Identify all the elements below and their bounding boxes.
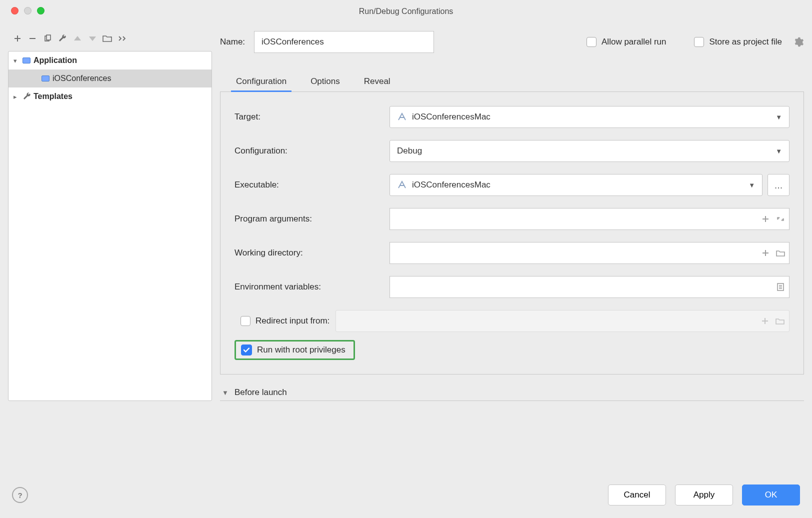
run-with-root-checkbox[interactable]: Run with root privileges	[241, 344, 346, 356]
tab-options[interactable]: Options	[308, 76, 342, 92]
insert-macro-button[interactable]	[760, 247, 772, 259]
before-launch-label: Before launch	[234, 388, 287, 398]
checkbox-icon	[240, 316, 250, 326]
select-value: iOSConferencesMac	[412, 180, 490, 190]
move-up-button[interactable]	[72, 33, 83, 44]
root-privileges-highlight: Run with root privileges	[234, 340, 355, 360]
chevron-down-icon: ▼	[776, 114, 782, 121]
checkbox-label: Redirect input from:	[256, 316, 330, 326]
wrench-icon	[22, 92, 34, 101]
executable-label: Executable:	[234, 180, 390, 190]
allow-parallel-checkbox[interactable]: Allow parallel run	[586, 37, 666, 47]
checkbox-icon	[241, 344, 252, 356]
help-button[interactable]: ?	[12, 487, 28, 503]
tree-node-label: Templates	[34, 92, 72, 101]
working-directory-label: Working directory:	[234, 248, 390, 258]
folder-button[interactable]	[102, 33, 113, 44]
executable-browse-button[interactable]: ...	[768, 174, 790, 196]
insert-macro-button	[759, 315, 771, 327]
store-as-project-checkbox[interactable]: Store as project file	[694, 37, 782, 47]
before-launch-section[interactable]: ▼ Before launch	[220, 388, 804, 398]
chevron-down-icon: ▾	[14, 57, 22, 64]
chevron-down-icon: ▼	[222, 389, 228, 396]
select-value: iOSConferencesMac	[412, 112, 490, 122]
browse-folder-button[interactable]	[774, 247, 786, 259]
checkbox-icon	[694, 37, 704, 47]
window-title: Run/Debug Configurations	[359, 7, 454, 16]
redirect-input-field	[336, 310, 790, 332]
button-bar: ? Cancel Apply OK	[0, 472, 812, 518]
toolbar	[8, 28, 212, 51]
tree-node-iosconferences[interactable]: iOSConferences	[8, 70, 212, 88]
configuration-label: Configuration:	[234, 146, 390, 156]
select-value: Debug	[397, 146, 422, 156]
edit-env-vars-button[interactable]	[774, 281, 786, 293]
tree-node-label: iOSConferences	[52, 74, 111, 83]
titlebar: Run/Debug Configurations	[0, 0, 812, 23]
gear-icon[interactable]	[793, 36, 804, 48]
xcode-target-icon	[397, 180, 407, 190]
insert-macro-button[interactable]	[760, 213, 772, 225]
executable-select[interactable]: iOSConferencesMac ▼	[390, 174, 762, 196]
ok-button[interactable]: OK	[742, 484, 800, 506]
program-arguments-input[interactable]	[390, 208, 790, 230]
configuration-panel: Target: iOSConferencesMac ▼ Configuratio…	[220, 92, 804, 374]
svg-rect-1	[46, 35, 50, 40]
checkbox-label: Allow parallel run	[602, 37, 666, 47]
program-arguments-label: Program arguments:	[234, 214, 390, 224]
cancel-button[interactable]: Cancel	[608, 484, 666, 506]
environment-variables-input[interactable]	[390, 276, 790, 298]
tree-node-templates[interactable]: ▸ Templates	[8, 88, 212, 106]
move-down-button[interactable]	[87, 33, 98, 44]
more-button[interactable]	[117, 33, 128, 44]
apply-button[interactable]: Apply	[675, 484, 733, 506]
target-select[interactable]: iOSConferencesMac ▼	[390, 106, 790, 128]
name-input[interactable]	[254, 31, 434, 53]
window-minimize[interactable]	[24, 7, 32, 14]
copy-config-button[interactable]	[42, 33, 53, 44]
tree-node-application[interactable]: ▾ Application	[8, 52, 212, 70]
application-type-icon	[22, 58, 34, 64]
configuration-select[interactable]: Debug ▼	[390, 140, 790, 162]
chevron-down-icon: ▼	[776, 148, 782, 155]
redirect-input-checkbox[interactable]: Redirect input from:	[240, 316, 330, 326]
edit-templates-button[interactable]	[57, 33, 68, 44]
configurations-tree[interactable]: ▾ Application iOSConferences ▸ Templates	[8, 51, 212, 401]
browse-folder-button	[774, 315, 786, 327]
tree-node-label: Application	[34, 56, 77, 65]
window-close[interactable]	[11, 7, 18, 14]
checkbox-label: Store as project file	[709, 37, 782, 47]
xcode-target-icon	[397, 112, 407, 122]
checkbox-icon	[586, 37, 596, 47]
checkbox-label: Run with root privileges	[257, 345, 346, 355]
target-label: Target:	[234, 112, 390, 122]
window-zoom[interactable]	[37, 7, 44, 14]
chevron-down-icon: ▼	[748, 182, 755, 189]
remove-config-button[interactable]	[27, 33, 38, 44]
environment-variables-label: Environment variables:	[234, 282, 390, 292]
tabs: Configuration Options Reveal	[220, 71, 804, 92]
working-directory-input[interactable]	[390, 242, 790, 264]
tab-configuration[interactable]: Configuration	[234, 76, 288, 92]
chevron-right-icon: ▸	[14, 93, 22, 100]
tab-reveal[interactable]: Reveal	[362, 76, 392, 92]
application-run-icon	[42, 76, 52, 82]
expand-field-button[interactable]	[774, 213, 786, 225]
add-config-button[interactable]	[12, 33, 23, 44]
name-label: Name:	[220, 37, 247, 47]
traffic-lights	[11, 7, 44, 14]
